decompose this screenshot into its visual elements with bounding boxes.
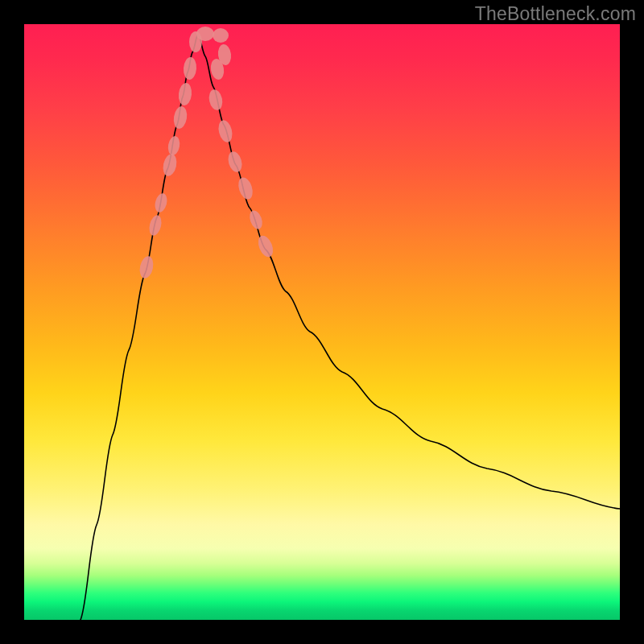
chart-frame: TheBottleneck.com bbox=[0, 0, 644, 644]
bottleneck-curve-right bbox=[198, 34, 620, 509]
data-point bbox=[213, 28, 229, 43]
data-point bbox=[153, 192, 168, 214]
data-point bbox=[207, 89, 224, 112]
data-point-markers bbox=[138, 27, 275, 279]
data-point bbox=[167, 135, 181, 156]
data-point bbox=[178, 82, 193, 106]
data-point bbox=[247, 208, 264, 230]
data-point bbox=[172, 105, 188, 130]
data-point bbox=[255, 233, 275, 259]
data-point bbox=[161, 153, 178, 178]
plot-area bbox=[24, 24, 620, 620]
data-point bbox=[217, 118, 234, 143]
watermark-text: TheBottleneck.com bbox=[475, 3, 636, 25]
data-point bbox=[183, 56, 197, 80]
data-point bbox=[236, 175, 255, 201]
chart-svg bbox=[24, 24, 620, 620]
data-point bbox=[196, 27, 214, 41]
data-point bbox=[138, 255, 155, 280]
data-point bbox=[226, 150, 245, 173]
data-point bbox=[147, 214, 163, 237]
